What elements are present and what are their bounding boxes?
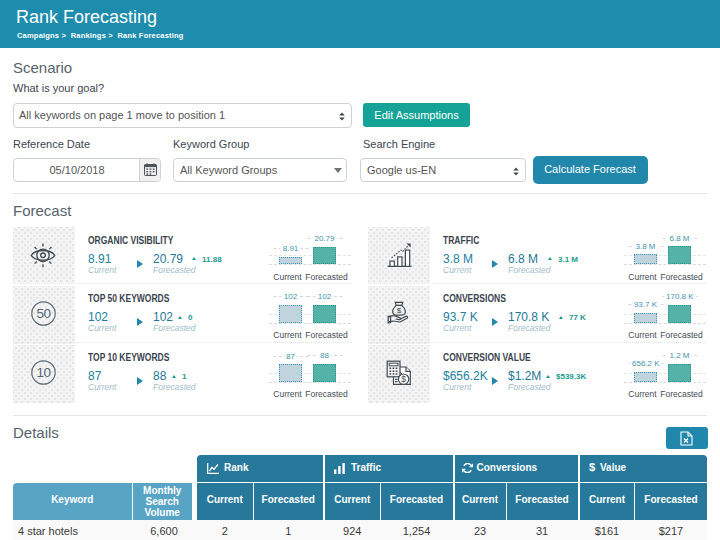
- svg-text:$: $: [397, 306, 402, 315]
- svg-text:10: 10: [36, 365, 50, 380]
- svg-text:50: 50: [36, 306, 50, 321]
- svg-text:$: $: [401, 374, 406, 384]
